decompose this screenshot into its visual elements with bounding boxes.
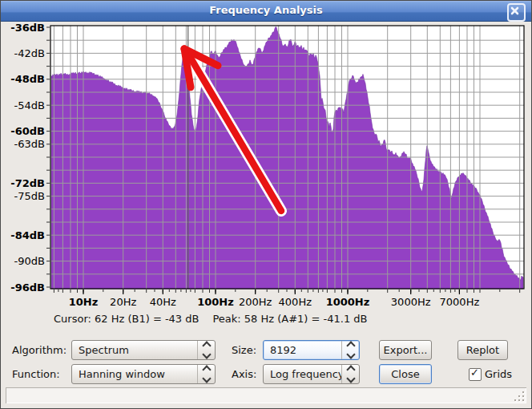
function-select[interactable]: Hanning window	[71, 364, 216, 384]
spectrum-plot[interactable]: -36dB-42dB-48dB-54dB-60dB-63dB-72dB-75dB…	[1, 22, 532, 310]
x-tick-label: 200Hz	[239, 296, 272, 308]
replot-button[interactable]: Replot	[457, 340, 508, 360]
algorithm-label: Algorithm:	[12, 340, 66, 360]
y-tick-label: -75dB	[14, 190, 45, 202]
y-tick-label: -90dB	[14, 255, 45, 267]
combo-arrows-icon	[197, 341, 215, 359]
size-label: Size:	[232, 340, 256, 360]
export-button[interactable]: Export...	[379, 340, 432, 360]
combo-arrows-icon	[341, 365, 359, 383]
combo-arrows-icon	[341, 341, 359, 359]
x-tick-label: 100Hz	[197, 296, 234, 308]
x-tick-label: 1000Hz	[326, 296, 370, 308]
frequency-analysis-dialog: Frequency Analysis -36dB-42dB-48dB-54dB-…	[0, 0, 532, 409]
y-tick-label: -36dB	[10, 22, 45, 34]
cursor-peak-readout: Cursor: 62 Hz (B1) = -43 dBPeak: 58 Hz (…	[54, 313, 368, 325]
x-tick-label: 40Hz	[150, 296, 176, 308]
peak-readout: Peak: 58 Hz (A#1) = -41.1 dB	[212, 313, 367, 325]
resize-grip-icon[interactable]	[514, 391, 524, 401]
x-tick-label: 400Hz	[279, 296, 312, 308]
title-bar[interactable]: Frequency Analysis	[1, 1, 531, 22]
algorithm-select[interactable]: Spectrum	[71, 340, 216, 360]
grids-checkbox-label[interactable]: Grids	[485, 364, 512, 384]
x-tick-label: 20Hz	[110, 296, 136, 308]
y-tick-label: -54dB	[14, 99, 45, 111]
y-tick-label: -42dB	[14, 47, 45, 59]
close-button[interactable]: Close	[379, 364, 432, 384]
x-tick-label: 7000Hz	[440, 296, 480, 308]
size-select[interactable]: 8192	[263, 340, 360, 360]
y-tick-label: -96dB	[10, 281, 45, 294]
close-icon	[509, 5, 521, 17]
cursor-readout: Cursor: 62 Hz (B1) = -43 dB	[54, 313, 199, 325]
axis-select[interactable]: Log frequency	[263, 364, 360, 384]
algorithm-value: Spectrum	[72, 344, 197, 356]
y-tick-label: -63dB	[14, 138, 45, 150]
y-tick-label: -84dB	[10, 229, 45, 241]
window-close-button[interactable]	[507, 3, 526, 22]
x-tick-label: 3000Hz	[391, 296, 431, 308]
axis-label: Axis:	[232, 364, 256, 384]
status-bar	[6, 387, 526, 403]
y-tick-label: -48dB	[10, 73, 45, 85]
grids-checkbox[interactable]: ✓	[469, 368, 482, 381]
y-tick-label: -60dB	[10, 125, 45, 137]
checkmark-icon: ✓	[470, 366, 479, 379]
function-value: Hanning window	[72, 368, 197, 380]
combo-arrows-icon	[197, 365, 215, 383]
axis-value: Log frequency	[264, 368, 341, 380]
window-title: Frequency Analysis	[1, 4, 531, 16]
function-label: Function:	[12, 364, 60, 384]
size-value: 8192	[264, 344, 341, 356]
y-tick-label: -72dB	[10, 177, 45, 189]
x-tick-label: 10Hz	[69, 296, 99, 308]
